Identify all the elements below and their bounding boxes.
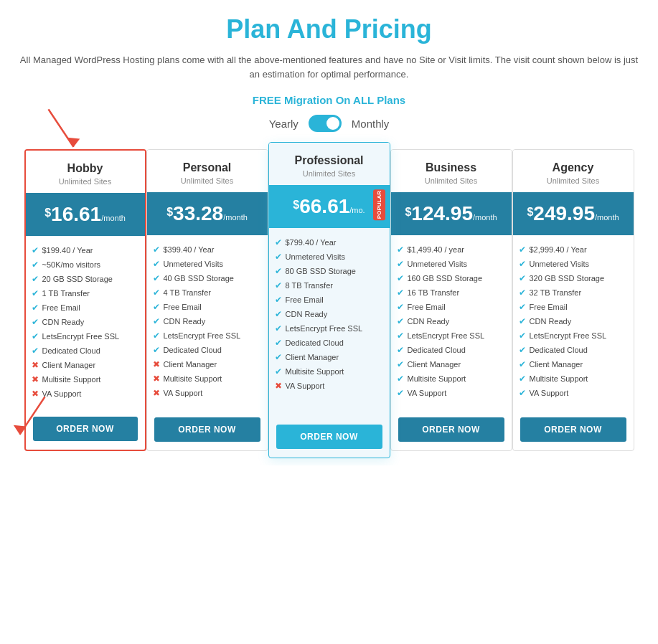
- feature-item: ✔LetsEncrypt Free SSL: [32, 329, 139, 344]
- plan-price-business: $124.95/month: [398, 202, 504, 225]
- feature-text: CDN Ready: [530, 317, 572, 326]
- feature-item: ✖Multisite Support: [32, 372, 139, 387]
- feature-text: Client Manager: [530, 360, 583, 369]
- check-icon: ✔: [397, 273, 404, 283]
- feature-item: ✖VA Support: [275, 379, 384, 393]
- check-icon: ✔: [519, 345, 526, 355]
- feature-text: Multisite Support: [42, 375, 101, 384]
- check-icon: ✔: [275, 237, 282, 247]
- feature-text: Dedicated Cloud: [164, 346, 222, 354]
- check-icon: ✔: [275, 323, 282, 333]
- feature-text: $199.40 / Year: [42, 246, 93, 255]
- cross-icon: ✖: [32, 389, 39, 399]
- order-now-button-professional[interactable]: ORDER NOW: [276, 425, 382, 449]
- svg-marker-1: [67, 138, 80, 147]
- feature-item: ✔VA Support: [397, 386, 506, 400]
- cross-icon: ✖: [275, 381, 282, 391]
- plan-card-personal: Personal Unlimited Sites $33.28/month ✔$…: [146, 149, 268, 451]
- check-icon: ✔: [519, 288, 526, 298]
- feature-item: ✔CDN Ready: [275, 307, 384, 321]
- order-now-button-personal[interactable]: ORDER NOW: [154, 417, 260, 442]
- feature-item: ✔CDN Ready: [153, 314, 262, 328]
- page-subtitle: All Managed WordPress Hosting plans come…: [14, 53, 644, 81]
- feature-text: Unmetered Visits: [286, 252, 346, 261]
- feature-text: VA Support: [164, 389, 203, 397]
- feature-item: ✔Unmetered Visits: [519, 257, 628, 271]
- feature-item: ✔Free Email: [32, 300, 139, 315]
- feature-text: $799.40 / Year: [286, 238, 337, 247]
- yearly-label: Yearly: [269, 118, 299, 130]
- feature-item: ✔160 GB SSD Storage: [397, 271, 506, 285]
- check-icon: ✔: [397, 302, 404, 312]
- feature-text: Multisite Support: [286, 367, 344, 376]
- feature-text: Client Manager: [286, 353, 339, 361]
- check-icon: ✔: [519, 331, 526, 341]
- page-title: Plan And Pricing: [14, 14, 644, 44]
- feature-item: ✔80 GB SSD Storage: [275, 264, 384, 278]
- feature-text: 20 GB SSD Storage: [42, 275, 113, 283]
- plan-name-business: Business: [398, 161, 504, 174]
- feature-item: ✔Multisite Support: [275, 364, 384, 379]
- feature-item: ✔20 GB SSD Storage: [32, 272, 139, 286]
- feature-text: 1 TB Transfer: [42, 289, 90, 298]
- check-icon: ✔: [397, 316, 404, 326]
- plan-name-professional: Professional: [276, 154, 382, 167]
- plan-card-business: Business Unlimited Sites $124.95/month ✔…: [390, 149, 512, 451]
- feature-item: ✔Dedicated Cloud: [275, 336, 384, 350]
- check-icon: ✔: [519, 388, 526, 398]
- feature-item: ✖Multisite Support: [153, 371, 262, 386]
- feature-text: LetsEncrypt Free SSL: [408, 331, 485, 340]
- check-icon: ✔: [397, 245, 404, 255]
- feature-item: ✔40 GB SSD Storage: [153, 271, 262, 285]
- check-icon: ✔: [397, 359, 404, 369]
- feature-item: ✔LetsEncrypt Free SSL: [397, 328, 506, 343]
- feature-text: Multisite Support: [530, 374, 588, 383]
- plan-footer-business: ORDER NOW: [391, 409, 512, 450]
- plan-price-personal: $33.28/month: [154, 202, 260, 225]
- feature-item: ✔8 TB Transfer: [275, 278, 384, 293]
- check-icon: ✔: [153, 302, 160, 312]
- check-icon: ✔: [153, 331, 160, 341]
- check-icon: ✔: [32, 331, 39, 341]
- check-icon: ✔: [519, 245, 526, 255]
- feature-text: LetsEncrypt Free SSL: [164, 331, 241, 340]
- feature-item: ✔CDN Ready: [519, 314, 628, 328]
- feature-item: ✔Free Email: [153, 300, 262, 314]
- feature-item: ✔Unmetered Visits: [397, 257, 506, 271]
- feature-item: ✔Free Email: [519, 300, 628, 314]
- cross-icon: ✖: [153, 374, 160, 384]
- feature-item: ✔~50K/mo visitors: [32, 257, 139, 272]
- feature-text: Unmetered Visits: [408, 260, 468, 268]
- order-now-button-business[interactable]: ORDER NOW: [398, 417, 504, 442]
- check-icon: ✔: [397, 331, 404, 341]
- feature-text: LetsEncrypt Free SSL: [530, 331, 607, 340]
- plan-footer-hobby: ORDER NOW: [26, 408, 145, 450]
- order-now-button-hobby[interactable]: ORDER NOW: [33, 417, 138, 441]
- feature-text: Free Email: [286, 295, 324, 304]
- feature-item: ✔Client Manager: [397, 357, 506, 371]
- plan-card-hobby: Hobby Unlimited Sites $16.61/month ✔$199…: [24, 149, 146, 451]
- feature-item: ✔CDN Ready: [32, 315, 139, 329]
- billing-toggle[interactable]: [309, 115, 342, 132]
- plan-sites-hobby: Unlimited Sites: [33, 177, 138, 186]
- plan-price-box-personal: $33.28/month: [147, 192, 268, 235]
- order-now-button-agency[interactable]: ORDER NOW: [520, 417, 626, 442]
- feature-item: ✔Unmetered Visits: [275, 250, 384, 264]
- feature-item: ✔Dedicated Cloud: [153, 343, 262, 357]
- check-icon: ✔: [519, 316, 526, 326]
- feature-text: CDN Ready: [42, 318, 85, 326]
- plan-name-personal: Personal: [154, 161, 260, 174]
- feature-text: Multisite Support: [408, 374, 466, 383]
- plan-header-business: Business Unlimited Sites: [391, 150, 512, 192]
- feature-item: ✔Dedicated Cloud: [32, 344, 139, 358]
- feature-text: Dedicated Cloud: [530, 346, 588, 354]
- feature-item: ✔16 TB Transfer: [397, 285, 506, 300]
- feature-item: ✔CDN Ready: [397, 314, 506, 328]
- check-icon: ✔: [397, 374, 404, 384]
- plan-price-box-business: $124.95/month: [391, 192, 512, 235]
- check-icon: ✔: [275, 366, 282, 377]
- plan-footer-agency: ORDER NOW: [513, 409, 634, 450]
- feature-text: Dedicated Cloud: [42, 346, 100, 355]
- check-icon: ✔: [519, 259, 526, 269]
- feature-item: ✔1 TB Transfer: [32, 286, 139, 300]
